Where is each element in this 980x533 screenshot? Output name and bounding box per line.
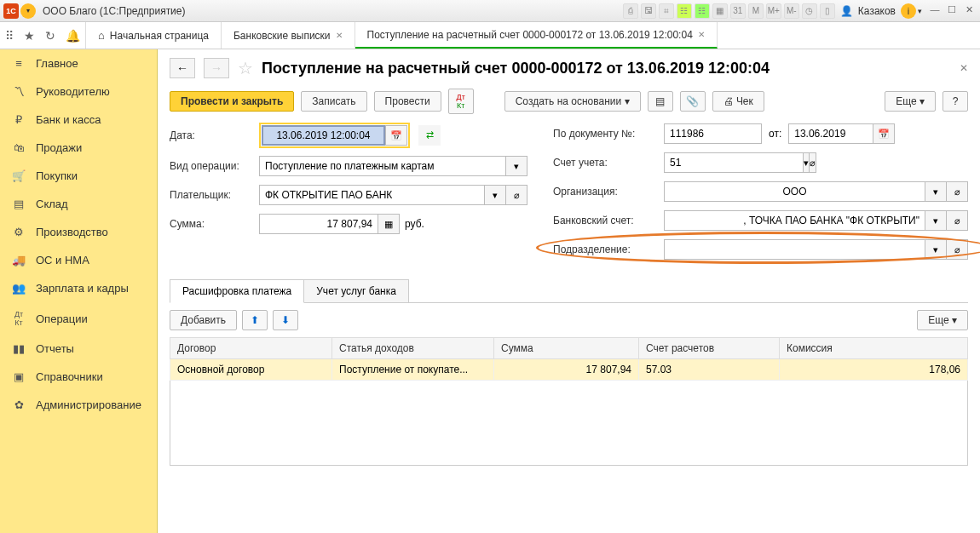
minimize-button[interactable]: — (927, 4, 943, 18)
col-fee[interactable]: Комиссия (780, 338, 968, 359)
cal-yellow-icon[interactable]: ☷ (677, 3, 692, 19)
favorite-star-icon[interactable]: ☆ (238, 58, 253, 78)
cell-sum[interactable]: 17 807,94 (494, 359, 639, 381)
m-plus-icon[interactable]: M+ (766, 3, 781, 19)
bank-acct-input[interactable] (664, 210, 925, 231)
dtct-button[interactable]: ДтКт (448, 89, 474, 114)
op-type-input[interactable] (259, 156, 506, 176)
sidebar-item-bank[interactable]: ₽Банк и касса (0, 106, 157, 134)
sidebar-item-sales[interactable]: 🛍Продажи (0, 134, 157, 162)
open-icon[interactable]: ⌀ (946, 181, 968, 202)
cal-green-icon[interactable]: ☷ (695, 3, 710, 19)
open-icon[interactable]: ⌀ (505, 185, 527, 205)
m-icon[interactable]: M (748, 3, 764, 19)
move-down-button[interactable]: ⬇ (273, 310, 298, 330)
dropdown-icon[interactable]: ▾ (925, 210, 947, 231)
calendar-icon[interactable]: 📅 (873, 123, 895, 144)
sidebar-item-warehouse[interactable]: ▤Склад (0, 190, 157, 218)
doc-num-input[interactable] (664, 123, 762, 144)
save-button[interactable]: Записать (301, 91, 366, 112)
cell-contract[interactable]: Основной договор (170, 359, 332, 381)
cell-fee[interactable]: 178,06 (780, 359, 968, 381)
close-button[interactable]: ✕ (961, 4, 977, 18)
dropdown-icon[interactable]: ▾ (505, 156, 527, 176)
org-input[interactable] (664, 181, 925, 202)
division-input[interactable] (664, 239, 925, 260)
m-minus-icon[interactable]: M- (784, 3, 799, 19)
attach-button[interactable]: 📎 (680, 91, 706, 112)
apps-icon[interactable]: ⠿ (5, 29, 14, 43)
tab-label: Банковские выписки (233, 30, 331, 42)
close-page-button[interactable]: ✕ (960, 62, 968, 74)
doc-date-input[interactable] (788, 123, 873, 144)
bell-icon[interactable]: 🔔 (66, 29, 80, 43)
save-icon[interactable]: 🖫 (641, 3, 656, 19)
create-based-button[interactable]: Создать на основании ▾ (504, 91, 641, 112)
calc-icon[interactable]: ⌗ (659, 3, 674, 19)
print-icon[interactable]: ⎙ (623, 3, 638, 19)
account-input[interactable] (664, 152, 804, 173)
sidebar-item-label: Покупки (36, 169, 78, 182)
clock-icon[interactable]: ◷ (802, 3, 817, 19)
tab-bank-services[interactable]: Учет услуг банка (303, 279, 409, 302)
dropdown-icon[interactable]: ▾ (925, 239, 947, 260)
history-icon[interactable]: ↻ (45, 29, 55, 43)
open-icon[interactable]: ⌀ (946, 239, 968, 260)
close-icon[interactable]: ✕ (336, 31, 343, 40)
sidebar-item-assets[interactable]: 🚚ОС и НМА (0, 246, 157, 274)
panel-icon[interactable]: ▯ (820, 3, 835, 19)
calc-icon[interactable]: ▦ (378, 214, 400, 234)
sidebar-item-admin[interactable]: ✿Администрирование (0, 391, 157, 419)
sum-input[interactable] (259, 214, 378, 234)
date-input[interactable] (262, 125, 385, 146)
cell-account[interactable]: 57.03 (639, 359, 780, 381)
post-button[interactable]: Провести (374, 91, 441, 112)
sidebar-item-main[interactable]: ≡Главное (0, 49, 157, 77)
sidebar-item-catalogs[interactable]: ▣Справочники (0, 363, 157, 391)
col-contract[interactable]: Договор (170, 338, 332, 359)
check-button[interactable]: 🖨 Чек (712, 91, 764, 112)
sidebar-item-salary[interactable]: 👥Зарплата и кадры (0, 274, 157, 302)
sidebar-item-reports[interactable]: ▮▮Отчеты (0, 335, 157, 363)
sync-icon[interactable]: ⇄ (418, 125, 441, 146)
more-button[interactable]: Еще ▾ (885, 91, 936, 112)
tab-payment-detail[interactable]: Расшифровка платежа (170, 279, 304, 303)
nav-forward-button[interactable]: → (204, 58, 229, 78)
help-button[interactable]: ? (943, 91, 968, 112)
sidebar-item-operations[interactable]: ДтКтОперации (0, 302, 157, 335)
dropdown-icon[interactable]: ▾ (925, 181, 947, 202)
info-icon[interactable]: i (901, 3, 916, 19)
cell-income[interactable]: Поступление от покупате... (332, 359, 494, 381)
page-title: Поступление на расчетный счет 0000-00017… (262, 60, 770, 77)
dropdown-icon[interactable]: ▾ (484, 185, 506, 205)
col-income[interactable]: Статья доходов (332, 338, 494, 359)
table-more-button[interactable]: Еще ▾ (917, 310, 968, 330)
star-icon[interactable]: ★ (24, 29, 35, 43)
open-icon[interactable]: ⌀ (809, 152, 816, 173)
nav-back-button[interactable]: ← (170, 58, 195, 78)
calendar-icon[interactable]: 📅 (385, 125, 407, 146)
titlebar-tools: ⎙ 🖫 ⌗ ☷ ☷ ▦ 31 M M+ M- ◷ ▯ (623, 3, 835, 19)
app-menu-dropdown[interactable]: ▾ (20, 3, 36, 19)
post-and-close-button[interactable]: Провести и закрыть (170, 91, 294, 112)
col-account[interactable]: Счет расчетов (639, 338, 780, 359)
sidebar-item-manager[interactable]: 〽Руководителю (0, 77, 157, 106)
close-icon[interactable]: ✕ (698, 30, 705, 39)
move-up-button[interactable]: ⬆ (242, 310, 268, 330)
maximize-button[interactable]: ☐ (944, 4, 960, 18)
sidebar-item-production[interactable]: ⚙Производство (0, 218, 157, 246)
sheet-button[interactable]: ▤ (648, 91, 673, 112)
tab-home[interactable]: ⌂ Начальная страница (86, 22, 222, 49)
open-icon[interactable]: ⌀ (946, 210, 968, 231)
add-row-button[interactable]: Добавить (170, 310, 237, 330)
tab-bank-statements[interactable]: Банковские выписки ✕ (222, 22, 355, 49)
payer-input[interactable] (259, 185, 485, 205)
date-icon[interactable]: 31 (730, 3, 746, 19)
col-sum[interactable]: Сумма (494, 338, 639, 359)
tab-receipt[interactable]: Поступление на расчетный счет 0000-00017… (355, 22, 718, 49)
table-row[interactable]: Основной договор Поступление от покупате… (170, 359, 968, 381)
grid-icon[interactable]: ▦ (712, 3, 728, 19)
user-name[interactable]: Казаков (858, 5, 896, 17)
sidebar-item-purchases[interactable]: 🛒Покупки (0, 162, 157, 190)
detail-tabs: Расшифровка платежа Учет услуг банка (170, 279, 968, 303)
